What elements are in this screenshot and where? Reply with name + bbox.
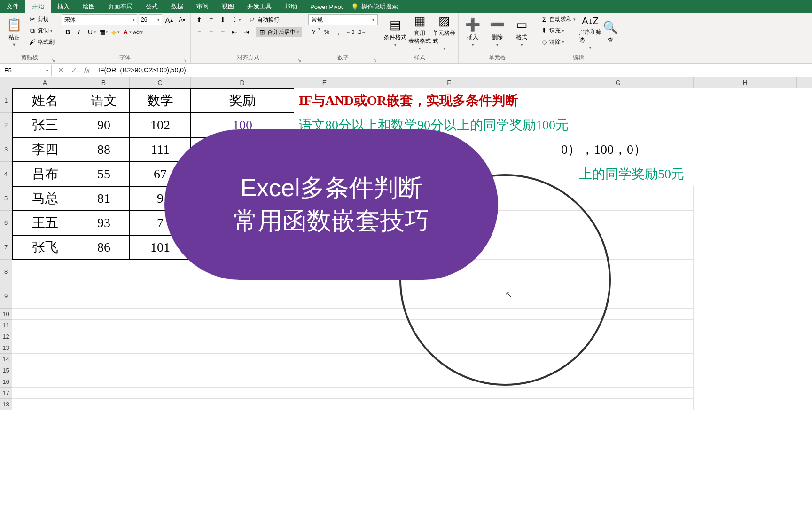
row-header[interactable]: 6 xyxy=(0,211,12,235)
tab-review[interactable]: 审阅 xyxy=(190,0,215,13)
confirm-formula-button[interactable]: ✓ xyxy=(67,65,80,76)
cell[interactable]: 李四 xyxy=(12,137,78,162)
cell[interactable]: 王五 xyxy=(12,211,78,235)
tell-me-search[interactable]: 💡 操作说明搜索 xyxy=(351,2,398,11)
align-bottom-button[interactable]: ⬇ xyxy=(217,14,228,25)
dialog-launcher-icon[interactable]: ↘ xyxy=(183,57,187,63)
align-left-button[interactable]: ≡ xyxy=(194,26,205,38)
tab-formulas[interactable]: 公式 xyxy=(139,0,164,13)
cell[interactable]: 数学 xyxy=(130,88,191,113)
row-header[interactable]: 14 xyxy=(0,354,12,365)
tab-powerpivot[interactable]: Power Pivot xyxy=(304,0,349,13)
cell[interactable]: 张三 xyxy=(12,113,78,137)
decrease-font-button[interactable]: A▾ xyxy=(176,14,187,25)
col-header-a[interactable]: A xyxy=(12,77,78,88)
col-header-c[interactable]: C xyxy=(130,77,191,88)
cell[interactable]: 张飞 xyxy=(12,235,78,260)
row-header[interactable]: 5 xyxy=(0,186,12,211)
tab-file[interactable]: 文件 xyxy=(0,0,25,13)
align-center-button[interactable]: ≡ xyxy=(205,26,217,38)
row-header[interactable]: 3 xyxy=(0,137,12,162)
font-name-select[interactable]: 宋体▾ xyxy=(62,14,137,25)
number-format-select[interactable]: 常规▾ xyxy=(308,14,378,25)
row-header[interactable]: 18 xyxy=(0,399,12,410)
cell[interactable] xyxy=(12,376,694,388)
wrap-text-button[interactable]: ↩自动换行 xyxy=(247,15,281,25)
cell[interactable]: 语文 xyxy=(78,88,130,113)
cell[interactable]: 吕布 xyxy=(12,162,78,186)
align-top-button[interactable]: ⬆ xyxy=(194,14,205,25)
row-header[interactable]: 17 xyxy=(0,388,12,399)
autosum-button[interactable]: Σ自动求和▾ xyxy=(539,14,577,24)
col-header-h[interactable]: H xyxy=(694,77,797,88)
col-header-d[interactable]: D xyxy=(191,77,294,88)
fx-button[interactable]: fx xyxy=(80,65,94,76)
cancel-formula-button[interactable]: ✕ xyxy=(54,65,67,76)
cell[interactable] xyxy=(12,354,694,365)
tab-view[interactable]: 视图 xyxy=(215,0,241,13)
row-header[interactable]: 11 xyxy=(0,320,12,331)
format-painter-button[interactable]: 🖌格式刷 xyxy=(27,37,56,47)
cell[interactable]: 102 xyxy=(130,113,191,137)
cell[interactable]: 马总 xyxy=(12,186,78,211)
decrease-indent-button[interactable]: ⇤ xyxy=(229,26,240,38)
row-header[interactable]: 8 xyxy=(0,260,12,284)
row-header[interactable]: 7 xyxy=(0,235,12,260)
cut-button[interactable]: ✂剪切 xyxy=(27,14,56,24)
font-size-select[interactable]: 26▾ xyxy=(139,14,162,25)
row-header[interactable]: 4 xyxy=(0,162,12,186)
row-header[interactable]: 9 xyxy=(0,284,12,309)
cell[interactable]: 55 xyxy=(78,162,130,186)
cell[interactable] xyxy=(12,342,694,354)
cell[interactable]: 93 xyxy=(78,211,130,235)
dialog-launcher-icon[interactable]: ↘ xyxy=(51,57,55,63)
row-header[interactable]: 13 xyxy=(0,342,12,354)
cell[interactable]: 86 xyxy=(78,235,130,260)
col-header-g[interactable]: G xyxy=(543,77,694,88)
merge-center-button[interactable]: ⊞合并后居中▾ xyxy=(256,27,302,37)
name-box[interactable]: E5▾ xyxy=(1,65,52,76)
comma-button[interactable]: , xyxy=(333,26,344,38)
align-right-button[interactable]: ≡ xyxy=(217,26,228,38)
cell[interactable] xyxy=(12,399,694,410)
cell[interactable]: 奖励 xyxy=(191,88,294,113)
row-header[interactable]: 1 xyxy=(0,88,12,113)
format-cells-button[interactable]: ▭格式▾ xyxy=(510,14,533,50)
tab-insert[interactable]: 插入 xyxy=(51,0,76,13)
conditional-formatting-button[interactable]: ▤条件格式▾ xyxy=(384,14,406,50)
tab-help[interactable]: 帮助 xyxy=(278,0,304,13)
percent-button[interactable]: % xyxy=(321,26,332,38)
delete-cells-button[interactable]: ➖删除▾ xyxy=(486,14,508,50)
insert-cells-button[interactable]: ➕插入▾ xyxy=(461,14,484,50)
col-header-b[interactable]: B xyxy=(78,77,130,88)
col-header-f[interactable]: F xyxy=(355,77,543,88)
dialog-launcher-icon[interactable]: ↘ xyxy=(373,57,377,63)
find-select-button[interactable]: 🔍查 xyxy=(603,14,617,50)
select-all-corner[interactable] xyxy=(0,77,12,88)
increase-decimal-button[interactable]: ←.0 xyxy=(344,26,356,38)
decrease-decimal-button[interactable]: .0→ xyxy=(356,26,367,38)
annotation-title[interactable]: IF与AND或OR嵌套，实现多条件判断 xyxy=(294,88,694,113)
cell-styles-button[interactable]: ▨单元格样式▾ xyxy=(433,14,455,50)
cell[interactable]: 90 xyxy=(78,113,130,137)
paste-button[interactable]: 📋 粘贴 ▼ xyxy=(3,14,25,50)
bold-button[interactable]: B xyxy=(62,26,73,38)
row-header[interactable]: 16 xyxy=(0,376,12,388)
copy-button[interactable]: ⧉复制▾ xyxy=(27,25,56,36)
format-as-table-button[interactable]: ▦套用 表格格式▾ xyxy=(408,14,431,50)
tab-data[interactable]: 数据 xyxy=(164,0,190,13)
cell[interactable] xyxy=(12,388,694,399)
tab-developer[interactable]: 开发工具 xyxy=(241,0,278,13)
increase-font-button[interactable]: A▴ xyxy=(164,14,175,25)
row-header[interactable]: 12 xyxy=(0,331,12,342)
cell[interactable]: 88 xyxy=(78,137,130,162)
fill-button[interactable]: ⬇填充▾ xyxy=(539,25,577,36)
clear-button[interactable]: ◇清除▾ xyxy=(539,37,577,47)
row-header[interactable]: 10 xyxy=(0,309,12,320)
cell[interactable] xyxy=(12,365,694,376)
tab-layout[interactable]: 页面布局 xyxy=(102,0,139,13)
tab-draw[interactable]: 绘图 xyxy=(76,0,102,13)
italic-button[interactable]: I xyxy=(73,26,85,38)
row-header[interactable]: 2 xyxy=(0,113,12,137)
dialog-launcher-icon[interactable]: ↘ xyxy=(297,57,301,63)
